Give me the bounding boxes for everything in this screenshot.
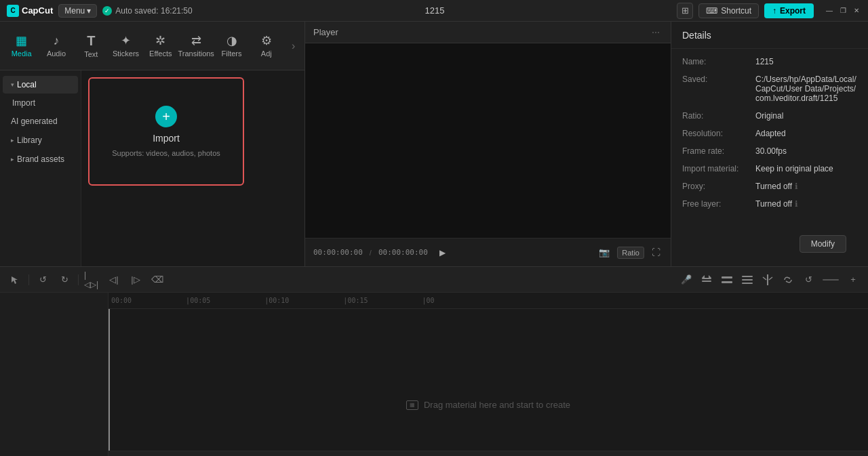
redo-tool[interactable]: ↻ bbox=[56, 272, 73, 288]
minimize-button[interactable]: — bbox=[825, 6, 834, 16]
detail-ratio-row: Ratio: Original bbox=[682, 111, 857, 121]
detail-framerate-label: Frame rate: bbox=[682, 146, 750, 156]
sidebar-item-library[interactable]: ▸ Library bbox=[3, 131, 78, 149]
more-tools-button[interactable]: › bbox=[286, 26, 300, 66]
ratio-badge[interactable]: Ratio bbox=[617, 247, 644, 259]
detail-framerate-value: 30.00fps bbox=[755, 146, 787, 156]
fit-tracks-button-1[interactable] bbox=[698, 272, 715, 288]
detail-import-material-value: Keep in original place bbox=[755, 164, 833, 173]
freelayer-info-icon[interactable]: ℹ bbox=[795, 199, 798, 209]
clip-link-button[interactable] bbox=[780, 272, 796, 288]
export-label: Export bbox=[780, 6, 806, 16]
sidebar-item-ai-generated[interactable]: AI generated bbox=[3, 112, 78, 130]
timeline-area: ↺ ↻ |◁▷| ◁| |▷ ⌫ 🎤 bbox=[0, 266, 868, 456]
tool-media[interactable]: ▦ Media bbox=[4, 26, 39, 66]
media-icon: ▦ bbox=[16, 35, 27, 47]
timeline-right-tools: 🎤 ↺ + bbox=[678, 272, 861, 288]
detail-import-material-row: Import material: Keep in original place bbox=[682, 164, 857, 173]
center-panel: Player ⋯ 00:00:00:00 / 00:00:00:00 ▶ 📷 R… bbox=[305, 22, 671, 266]
import-label: Import bbox=[12, 98, 35, 108]
detail-freelayer-row: Free layer: Turned off ℹ bbox=[682, 199, 857, 209]
undo-tool[interactable]: ↺ bbox=[35, 272, 51, 288]
export-button[interactable]: ↑ Export bbox=[764, 3, 814, 18]
import-area[interactable]: + Import Supports: videos, audios, photo… bbox=[88, 77, 244, 186]
layout-toggle[interactable]: ⊞ bbox=[677, 3, 693, 19]
detail-ratio-value: Original bbox=[755, 111, 783, 121]
window-controls: — ❐ ✕ bbox=[825, 6, 861, 16]
svg-line-9 bbox=[769, 277, 772, 280]
split-tool[interactable]: |◁▷| bbox=[84, 272, 100, 288]
undo-icon: ↺ bbox=[39, 274, 47, 285]
svg-rect-6 bbox=[742, 283, 753, 284]
timeline-content: 00:00 |00:05 |00:10 |00:15 |00 ▦ Drag ma… bbox=[0, 293, 868, 456]
timeline-scrollbar[interactable] bbox=[108, 451, 868, 456]
maximize-button[interactable]: ❐ bbox=[838, 6, 848, 16]
modify-container: Modify bbox=[671, 230, 868, 266]
undo-button-2[interactable]: ↺ bbox=[800, 272, 816, 288]
title-bar: C CapCut Menu ▾ ✓ Auto saved: 16:21:50 1… bbox=[0, 0, 868, 22]
detail-name-row: Name: 1215 bbox=[682, 57, 857, 66]
fit-tracks-button-2[interactable] bbox=[719, 272, 735, 288]
detail-name-value: 1215 bbox=[755, 57, 774, 66]
audio-icon: ♪ bbox=[53, 35, 59, 47]
tool-filters[interactable]: ◑ Filters bbox=[214, 26, 249, 66]
modify-button[interactable]: Modify bbox=[800, 235, 846, 253]
proxy-info-icon[interactable]: ℹ bbox=[795, 182, 798, 191]
player-title: Player bbox=[313, 27, 338, 37]
redo-icon: ↻ bbox=[61, 274, 68, 285]
detail-saved-label: Saved: bbox=[682, 75, 750, 84]
drop-hint: ▦ Drag material here and start to create bbox=[406, 400, 570, 410]
play-button[interactable]: ▶ bbox=[435, 245, 451, 261]
tool-text[interactable]: T Text bbox=[74, 26, 108, 66]
zoom-in-button[interactable]: + bbox=[845, 272, 861, 288]
dots-icon: ⋯ bbox=[652, 28, 660, 37]
player-viewport bbox=[305, 43, 671, 238]
ruler-mark-4: |00 bbox=[422, 297, 434, 304]
svg-rect-5 bbox=[742, 279, 753, 281]
audio-record-button[interactable]: 🎤 bbox=[678, 272, 694, 288]
media-content: + Import Supports: videos, audios, photo… bbox=[81, 70, 304, 266]
shortcut-button[interactable]: ⌨ Shortcut bbox=[698, 3, 759, 18]
import-subtitle: Supports: videos, audios, photos bbox=[112, 149, 220, 157]
tool-stickers[interactable]: ✦ Stickers bbox=[108, 26, 143, 66]
tool-audio[interactable]: ♪ Audio bbox=[39, 26, 73, 66]
fit-tracks-button-3[interactable] bbox=[739, 272, 755, 288]
player-menu-button[interactable]: ⋯ bbox=[649, 26, 663, 39]
player-header: Player ⋯ bbox=[305, 22, 671, 43]
detail-freelayer-label: Free layer: bbox=[682, 199, 750, 209]
media-panel: ▾ Local Import AI generated ▸ Library ▸ … bbox=[0, 70, 304, 266]
detail-name-label: Name: bbox=[682, 57, 750, 66]
timeline-toolbar: ↺ ↻ |◁▷| ◁| |▷ ⌫ 🎤 bbox=[0, 267, 868, 293]
export-icon: ↑ bbox=[772, 6, 776, 16]
toolbar: ▦ Media ♪ Audio T Text ✦ Stickers ✲ Effe… bbox=[0, 22, 304, 70]
arrow-right-icon-2: ▸ bbox=[11, 156, 14, 163]
detail-saved-row: Saved: C:/Users/hp/AppData/Local/CapCut/… bbox=[682, 75, 857, 103]
svg-rect-3 bbox=[722, 281, 732, 283]
camera-button[interactable]: 📷 bbox=[597, 245, 612, 260]
close-button[interactable]: ✕ bbox=[852, 6, 861, 16]
sidebar-item-brand-assets[interactable]: ▸ Brand assets bbox=[3, 150, 78, 168]
time-current: 00:00:00:00 bbox=[313, 248, 363, 257]
tool-adj[interactable]: ⚙ Adj bbox=[249, 26, 283, 66]
right-panel: Details Name: 1215 Saved: C:/Users/hp/Ap… bbox=[671, 22, 868, 266]
svg-rect-1 bbox=[702, 281, 711, 282]
auto-saved-status: ✓ Auto saved: 16:21:50 bbox=[102, 6, 192, 16]
sidebar-item-import[interactable]: Import bbox=[0, 95, 81, 111]
tool-transitions[interactable]: ⇄ Transitions bbox=[178, 26, 214, 66]
detail-saved-value: C:/Users/hp/AppData/Local/CapCut/User Da… bbox=[755, 75, 857, 103]
delete-tool[interactable]: ⌫ bbox=[149, 272, 165, 288]
timeline-main: 00:00 |00:05 |00:10 |00:15 |00 ▦ Drag ma… bbox=[108, 293, 868, 456]
trim-left-tool[interactable]: ◁| bbox=[106, 272, 122, 288]
snap-button[interactable] bbox=[760, 272, 776, 288]
fullscreen-button[interactable]: ⛶ bbox=[650, 245, 663, 260]
tool-effects[interactable]: ✲ Effects bbox=[143, 26, 178, 66]
media-sidebar: ▾ Local Import AI generated ▸ Library ▸ … bbox=[0, 70, 81, 266]
text-icon: T bbox=[87, 34, 95, 47]
shortcut-label: Shortcut bbox=[721, 6, 751, 16]
select-tool[interactable] bbox=[7, 272, 23, 288]
library-label: Library bbox=[17, 136, 42, 145]
menu-button[interactable]: Menu ▾ bbox=[58, 4, 97, 18]
detail-resolution-value: Adapted bbox=[755, 129, 786, 138]
trim-right-tool[interactable]: |▷ bbox=[127, 272, 144, 288]
sidebar-item-local[interactable]: ▾ Local bbox=[3, 76, 78, 94]
